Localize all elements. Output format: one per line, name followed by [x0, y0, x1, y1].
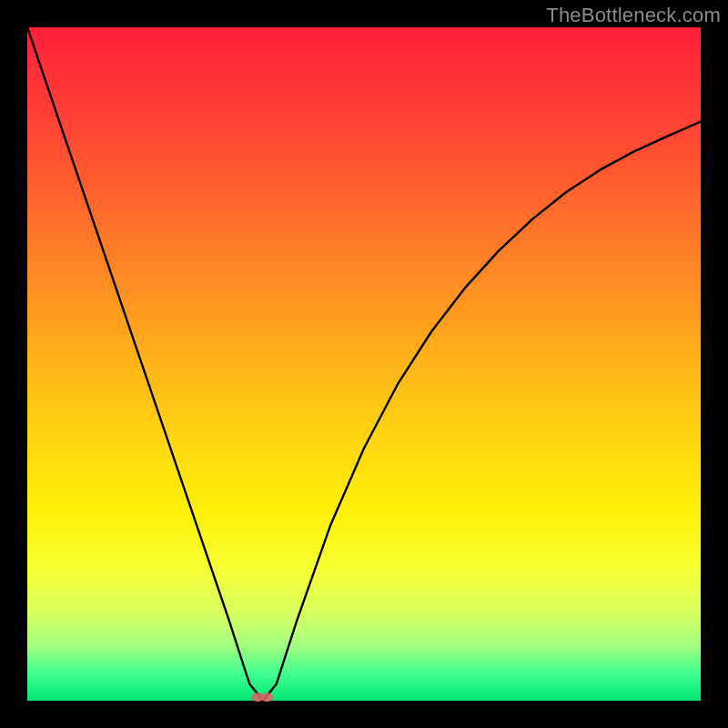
bottleneck-curve	[27, 27, 701, 701]
optimal-point-2	[260, 693, 273, 702]
curve-layer	[27, 27, 701, 701]
watermark-text: TheBottleneck.com	[546, 4, 721, 27]
chart-frame: TheBottleneck.com	[0, 0, 728, 728]
plot-area	[27, 27, 701, 701]
